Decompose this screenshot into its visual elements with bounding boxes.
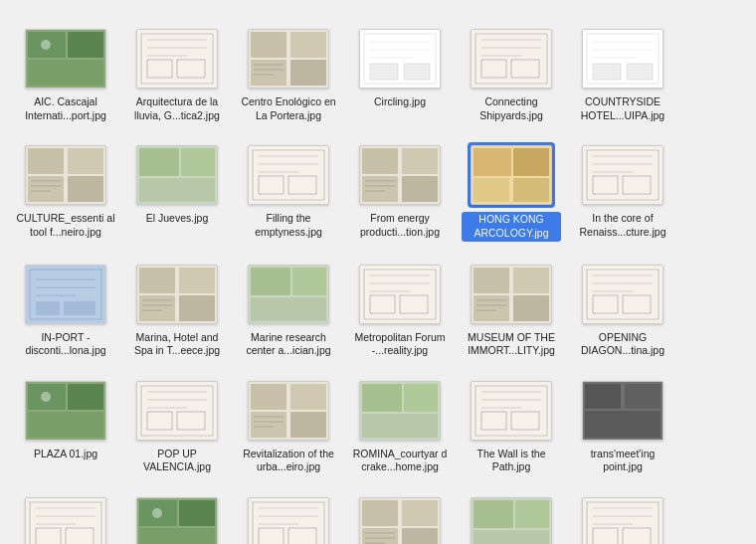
thumb-wrapper <box>468 26 555 91</box>
thumb-wrapper <box>579 378 666 444</box>
svg-rect-99 <box>360 266 440 323</box>
file-thumbnail <box>471 145 552 205</box>
file-thumbnail <box>248 265 329 324</box>
file-thumbnail <box>25 265 106 324</box>
svg-rect-107 <box>473 268 509 293</box>
thumb-wrapper <box>133 26 221 91</box>
file-thumbnail <box>25 381 106 441</box>
file-item[interactable]: Arquitectura de la lluvia, G...tica2.jpg <box>123 22 231 126</box>
svg-rect-154 <box>625 384 661 409</box>
file-item[interactable]: Revitalization of the urba...eiro.jpg <box>235 374 342 478</box>
file-item[interactable]: POP UP VALENCIA.jpg <box>123 374 231 478</box>
svg-rect-177 <box>402 500 438 526</box>
svg-rect-61 <box>362 148 398 174</box>
file-item[interactable]: Filling the emptyness.jpg <box>235 138 342 245</box>
svg-rect-178 <box>362 528 398 544</box>
file-item[interactable]: Centro Enológico en La Portera.jpg <box>235 22 342 126</box>
svg-rect-97 <box>292 268 326 295</box>
file-item[interactable]: MUSEUM OF THE IMMORT...LITY.jpg <box>458 258 565 362</box>
svg-rect-72 <box>513 178 549 202</box>
file-item[interactable]: ROMINA_courtyar d crake...home.jpg <box>346 374 454 478</box>
thumb-wrapper <box>133 378 221 444</box>
file-item[interactable]: Urban Sutures.jpg <box>235 490 342 544</box>
file-label: Connecting Shipyards.jpg <box>462 95 561 122</box>
file-thumbnail <box>25 497 106 544</box>
file-item[interactable]: CULTURE_essenti al tool f...neiro.jpg <box>12 138 119 245</box>
file-thumbnail <box>582 497 663 544</box>
thumb-wrapper <box>22 262 109 327</box>
file-label: POP UP VALENCIA.jpg <box>127 448 227 474</box>
svg-rect-176 <box>362 500 398 526</box>
svg-rect-71 <box>473 178 509 202</box>
svg-rect-86 <box>64 301 95 315</box>
svg-rect-26 <box>404 64 430 80</box>
svg-rect-51 <box>181 148 215 176</box>
file-item[interactable]: Metropolitan Forum -...reality.jpg <box>346 258 454 362</box>
file-item[interactable]: Vertical Proximity.jpg <box>458 490 565 544</box>
svg-point-125 <box>41 392 51 402</box>
svg-rect-27 <box>472 30 551 88</box>
file-label: trans'meet'ing point.jpg <box>573 448 672 474</box>
svg-rect-155 <box>585 411 661 438</box>
thumb-wrapper <box>22 26 109 91</box>
svg-rect-89 <box>179 268 215 293</box>
thumb-wrapper <box>579 26 666 91</box>
file-thumbnail <box>582 145 663 205</box>
file-item[interactable]: Worship space.jpg <box>569 490 676 544</box>
file-item[interactable]: El Jueves.jpg <box>123 138 231 245</box>
file-item[interactable]: Connecting Shipyards.jpg <box>458 22 565 126</box>
svg-rect-186 <box>473 530 549 544</box>
svg-rect-126 <box>137 382 217 440</box>
svg-rect-2 <box>68 32 103 58</box>
file-item[interactable]: AIC. Cascajal Internati...port.jpg <box>12 22 119 126</box>
file-item[interactable]: HONG KONG ARCOLOGY.jpg <box>458 138 565 245</box>
svg-rect-109 <box>473 295 509 321</box>
svg-rect-85 <box>36 301 60 315</box>
file-thumbnail <box>359 145 441 205</box>
svg-rect-114 <box>583 266 662 323</box>
svg-rect-135 <box>290 384 326 410</box>
file-item[interactable]: IN-PORT - disconti...lona.jpg <box>12 258 119 362</box>
thumb-wrapper <box>468 494 555 544</box>
file-label: Arquitectura de la lluvia, G...tica2.jpg <box>127 95 227 122</box>
file-item[interactable]: Marine research center a...ician.jpg <box>235 258 342 362</box>
svg-rect-142 <box>362 384 402 412</box>
file-item[interactable]: trans'meet'ing point.jpg <box>569 374 676 478</box>
file-thumbnail <box>136 381 218 441</box>
file-label: PLAZA 01.jpg <box>34 448 97 461</box>
svg-rect-110 <box>513 295 549 321</box>
svg-rect-165 <box>179 500 215 526</box>
svg-rect-52 <box>139 178 215 202</box>
file-item[interactable]: Trashumant Footprints.jpg <box>12 490 119 544</box>
file-thumbnail <box>359 497 441 544</box>
svg-rect-45 <box>68 176 103 202</box>
svg-rect-50 <box>139 148 179 176</box>
thumb-wrapper <box>356 26 444 91</box>
thumb-wrapper <box>356 494 444 544</box>
file-item[interactable]: In the core of Renaiss...cture.jpg <box>569 138 676 245</box>
thumb-wrapper <box>133 262 221 327</box>
file-thumbnail <box>136 145 218 205</box>
file-item[interactable]: Circling.jpg <box>346 22 454 126</box>
file-item[interactable]: URBAN TECHN...ntina.jpg <box>346 490 454 544</box>
svg-point-167 <box>152 508 162 518</box>
file-item[interactable]: OPENING DIAGON...tina.jpg <box>569 258 676 362</box>
file-item[interactable]: The Wall is the Path.jpg <box>458 374 565 478</box>
file-label: Filling the emptyness.jpg <box>239 212 338 239</box>
file-item[interactable]: PLAZA 01.jpg <box>12 374 119 478</box>
svg-rect-69 <box>473 148 511 176</box>
svg-rect-123 <box>68 384 103 410</box>
file-item[interactable]: Urban limit recover...ntry.jpg <box>123 490 231 544</box>
file-label: AIC. Cascajal Internati...port.jpg <box>16 95 115 122</box>
file-item[interactable]: From energy producti...tion.jpg <box>346 138 454 245</box>
file-thumbnail <box>359 265 441 324</box>
file-thumbnail <box>582 381 663 441</box>
svg-rect-73 <box>583 146 662 204</box>
thumb-wrapper <box>22 494 109 544</box>
file-item[interactable]: Marina, Hotel and Spa in T...eece.jpg <box>123 258 231 362</box>
svg-rect-63 <box>362 176 398 202</box>
file-item[interactable]: COUNTRYSIDE HOTEL...UIPA.jpg <box>569 22 676 126</box>
file-thumbnail <box>359 29 441 89</box>
svg-rect-16 <box>290 60 326 86</box>
svg-rect-96 <box>251 268 290 295</box>
